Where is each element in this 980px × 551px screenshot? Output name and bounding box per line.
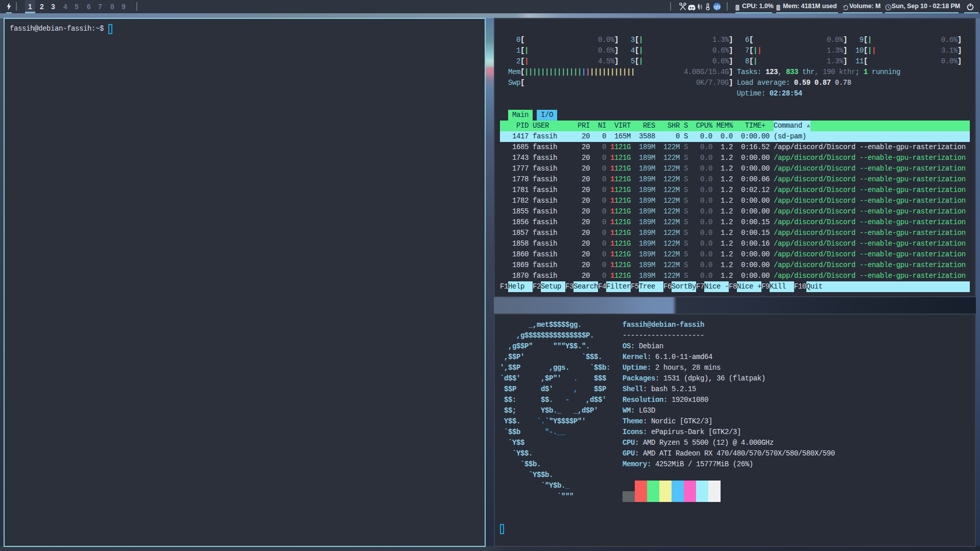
svg-text:qb: qb xyxy=(714,4,720,10)
